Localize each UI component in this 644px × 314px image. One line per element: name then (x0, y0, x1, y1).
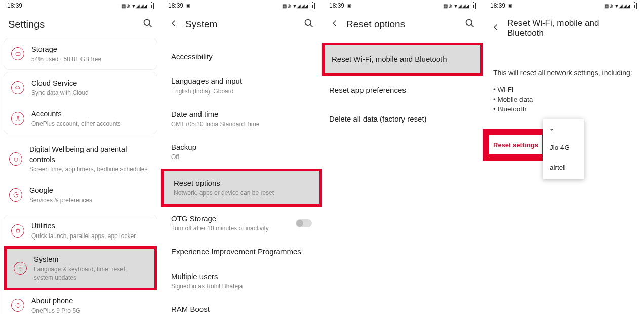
utilities-icon (11, 224, 24, 238)
status-bar: 18:39 ▣ ▦ ⊕ ▼◢◢◢ (483, 0, 644, 11)
bullet-wifi: • Wi-Fi (483, 85, 644, 95)
sim-option-airtel[interactable]: airtel (543, 158, 584, 177)
reset-wifi-mobile-bt[interactable]: Reset Wi-Fi, mobile and Bluetooth (325, 45, 480, 73)
item-label: Multiple users (171, 271, 312, 282)
item-label: About phone (31, 296, 150, 306)
heart-icon (9, 152, 22, 166)
item-label: Utilities (31, 221, 150, 231)
settings-item-accounts[interactable]: Accounts OnePlus account, other accounts (4, 103, 157, 134)
item-sub: English (India), Gboard (171, 87, 312, 95)
system-item-languages[interactable]: Languages and inputEnglish (India), Gboa… (161, 69, 322, 102)
header: Reset Wi-Fi, mobile and Bluetooth (483, 11, 644, 44)
sim-select-popup: Jio 4G airtel (543, 119, 584, 179)
settings-item-cloud[interactable]: Cloud Service Sync data with Cloud (4, 72, 157, 103)
system-item-datetime[interactable]: Date and timeGMT+05:30 India Standard Ti… (161, 102, 322, 135)
item-label: Backup (171, 142, 312, 152)
item-label: RAM Boost (171, 304, 312, 314)
screen-system: 18:39 ▣ ▦ ⊕ ▼◢◢◢ System Accessibility La… (161, 0, 322, 314)
reset-app-prefs[interactable]: Reset app preferences (322, 76, 483, 104)
header: Reset options (322, 11, 483, 35)
item-sub: Language & keyboard, time, reset, system… (34, 265, 147, 282)
item-label: Reset Wi-Fi, mobile and Bluetooth (332, 54, 473, 64)
item-sub: Screen time, app timers, bedtime schedul… (29, 165, 154, 173)
item-label: System (34, 255, 147, 265)
status-icons: ▦ ⊕ ▼◢◢◢ (121, 3, 154, 9)
svg-line-11 (310, 25, 313, 27)
screenshot-icon: ▣ (186, 3, 191, 8)
sim-option-jio[interactable]: Jio 4G (543, 138, 584, 158)
sim-dropdown-trigger[interactable] (543, 121, 584, 138)
item-label: OTG Storage (171, 214, 289, 224)
search-icon[interactable] (304, 18, 314, 30)
settings-item-wellbeing[interactable]: Digital Wellbeing and parental controls … (0, 139, 161, 179)
google-icon (9, 188, 22, 202)
group-system: Utilities Quick launch, parallel apps, a… (4, 215, 157, 314)
group-storage: Storage 54% used · 58.81 GB free (4, 38, 157, 69)
chevron-down-icon (548, 125, 554, 134)
item-label: Languages and input (171, 76, 312, 86)
status-time: 18:39 (490, 2, 505, 9)
item-label: Reset options (174, 178, 309, 188)
item-label: Accounts (31, 109, 150, 120)
svg-point-4 (17, 117, 18, 119)
svg-point-10 (305, 20, 311, 26)
explain-text: This will reset all network settings, in… (483, 62, 644, 85)
settings-item-storage[interactable]: Storage 54% used · 58.81 GB free (4, 38, 157, 69)
system-item-ramboost[interactable]: RAM BoostOptimise RAM utilisation based … (161, 297, 322, 314)
system-item-backup[interactable]: BackupOff (161, 135, 322, 168)
highlight-reset-wifi: Reset Wi-Fi, mobile and Bluetooth (322, 43, 483, 76)
highlight-reset-button: Reset settings (483, 129, 548, 161)
item-sub: Turn off after 10 minutes of inactivity (171, 224, 289, 232)
item-sub: Off (171, 153, 312, 161)
search-icon[interactable] (143, 18, 153, 30)
system-item-otg[interactable]: OTG StorageTurn off after 10 minutes of … (161, 207, 322, 240)
bullet-bt: • Bluetooth (483, 104, 644, 114)
screen-settings: 18:39 ▦ ⊕ ▼◢◢◢ Settings Storage 54% used… (0, 0, 161, 314)
page-title: System (185, 19, 297, 30)
settings-item-google[interactable]: Google Services & preferences (0, 180, 161, 211)
item-sub: Services & preferences (29, 196, 154, 204)
settings-item-utilities[interactable]: Utilities Quick launch, parallel apps, a… (4, 215, 157, 246)
item-sub: Quick launch, parallel apps, app locker (31, 232, 150, 240)
system-item-accessibility[interactable]: Accessibility (161, 45, 322, 69)
svg-line-1 (149, 25, 152, 27)
system-item-reset-options[interactable]: Reset optionsNetwork, apps or device can… (164, 171, 319, 204)
svg-point-9 (18, 304, 18, 305)
item-label: Digital Wellbeing and parental controls (29, 145, 154, 165)
item-label: Experience Improvement Programmes (171, 247, 312, 257)
item-sub: GMT+05:30 India Standard Time (171, 120, 312, 128)
svg-point-6 (19, 267, 21, 269)
item-label: Google (29, 186, 154, 196)
item-sub: Sync data with Cloud (31, 89, 150, 97)
settings-item-system[interactable]: System Language & keyboard, time, reset,… (7, 249, 154, 288)
status-icons: ▦ ⊕ ▼◢◢◢ (282, 3, 315, 9)
back-icon[interactable] (491, 23, 500, 34)
item-sub: OnePlus account, other accounts (31, 120, 150, 128)
back-icon[interactable] (169, 19, 178, 30)
settings-item-about[interactable]: About phone OnePlus 9 Pro 5G (4, 290, 157, 314)
svg-point-12 (466, 20, 472, 26)
status-time: 18:39 (329, 2, 344, 9)
item-label: Delete all data (factory reset) (329, 114, 476, 124)
search-icon[interactable] (465, 18, 475, 30)
item-label: Storage (31, 45, 150, 55)
cloud-icon (11, 81, 24, 94)
status-bar: 18:39 ▦ ⊕ ▼◢◢◢ (0, 0, 161, 11)
back-icon[interactable] (330, 19, 339, 30)
page-title: Reset Wi-Fi, mobile and Bluetooth (507, 18, 636, 38)
header: System (161, 11, 322, 35)
reset-settings-button[interactable]: Reset settings (489, 135, 542, 154)
status-bar: 18:39 ▣ ▦ ⊕ ▼◢◢◢ (322, 0, 483, 11)
system-item-experience[interactable]: Experience Improvement Programmes (161, 240, 322, 264)
status-icons: ▦ ⊕ ▼◢◢◢ (443, 3, 476, 9)
item-sub: OnePlus 9 Pro 5G (31, 307, 150, 314)
page-title: Settings (8, 19, 136, 30)
svg-point-0 (144, 20, 150, 26)
factory-reset[interactable]: Delete all data (factory reset) (322, 105, 483, 133)
system-item-users[interactable]: Multiple usersSigned in as Rohit Bhateja (161, 264, 322, 297)
reset-button-label: Reset settings (493, 141, 538, 149)
group-accounts: Cloud Service Sync data with Cloud Accou… (4, 72, 157, 134)
item-label: Date and time (171, 109, 312, 120)
otg-toggle[interactable] (296, 219, 312, 227)
header: Settings (0, 11, 161, 35)
